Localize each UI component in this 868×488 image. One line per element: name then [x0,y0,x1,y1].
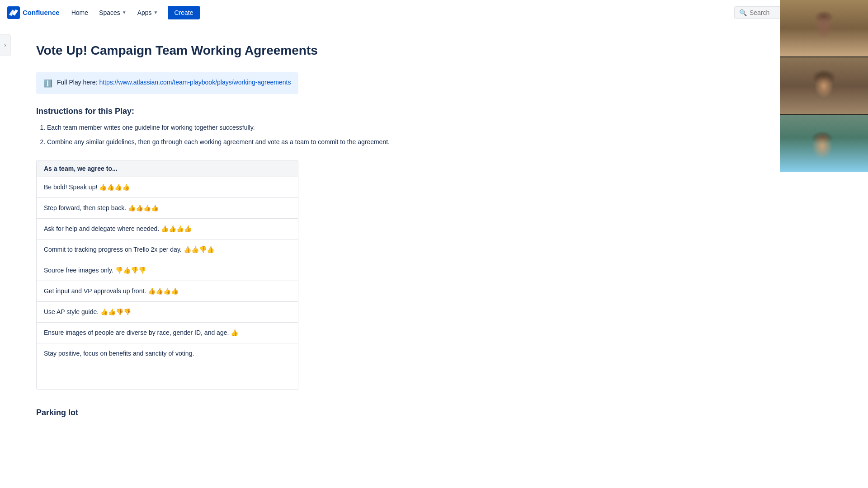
home-link[interactable]: Home [67,6,93,19]
nav-links: Home Spaces ▼ Apps ▼ Create [67,6,200,19]
video-tile-1 [780,0,868,56]
agreements-header: As a team, we agree to... [37,160,298,177]
apps-chevron-icon: ▼ [154,10,158,15]
parking-lot-heading: Parking lot [36,408,542,418]
video-person-1 [780,0,868,56]
video-panel [780,0,868,172]
instructions-heading: Instructions for this Play: [36,107,542,116]
agreement-row-9: Stay positive, focus on benefits and san… [37,343,298,364]
top-navigation: Confluence Home Spaces ▼ Apps ▼ Create 🔍… [0,0,868,25]
agreement-row-1: Be bold! Speak up! 👍👍👍👍 [37,177,298,198]
home-label: Home [71,9,88,16]
agreements-empty-space [37,364,298,389]
page-title: Vote Up! Campaign Team Working Agreement… [36,43,542,58]
agreement-row-5: Source free images only. 👎👍👎👎 [37,260,298,281]
apps-label: Apps [137,9,152,16]
video-tile-3 [780,114,868,172]
instruction-item-2: Combine any similar guidelines, then go … [47,137,542,147]
confluence-wordmark: Confluence [23,9,60,16]
spaces-chevron-icon: ▼ [122,10,127,15]
agreement-row-8: Ensure images of people are diverse by r… [37,323,298,343]
info-link[interactable]: https://www.atlassian.com/team-playbook/… [99,79,291,86]
video-tile-2 [780,56,868,114]
sidebar-toggle[interactable]: › [0,34,11,56]
agreements-table: As a team, we agree to... Be bold! Speak… [36,160,298,390]
agreement-row-6: Get input and VP approvals up front. 👍👍👍… [37,281,298,302]
apps-link[interactable]: Apps ▼ [133,6,163,19]
agreement-row-7: Use AP style guide. 👍👍👎👎 [37,302,298,323]
agreement-row-4: Commit to tracking progress on Trello 2x… [37,239,298,260]
main-wrapper: Vote Up! Campaign Team Working Agreement… [0,25,868,445]
spaces-label: Spaces [99,9,120,16]
confluence-logo[interactable]: Confluence [7,6,60,19]
agreement-row-3: Ask for help and delegate where needed. … [37,219,298,239]
info-icon: ℹ️ [43,79,52,88]
info-text: Full Play here: https://www.atlassian.co… [57,79,291,86]
video-person-2 [780,57,868,114]
content-area: Vote Up! Campaign Team Working Agreement… [0,25,570,445]
spaces-link[interactable]: Spaces ▼ [94,6,131,19]
create-button[interactable]: Create [168,6,199,19]
instruction-item-1: Each team member writes one guideline fo… [47,122,542,132]
video-person-3 [780,115,868,172]
agreement-row-2: Step forward, then step back. 👍👍👍👍 [37,198,298,219]
search-icon: 🔍 [739,9,747,16]
sidebar-toggle-icon: › [5,42,6,48]
info-prefix: Full Play here: [57,79,99,86]
info-box: ℹ️ Full Play here: https://www.atlassian… [36,72,298,94]
confluence-logo-icon [7,6,20,19]
instructions-list: Each team member writes one guideline fo… [36,122,542,147]
